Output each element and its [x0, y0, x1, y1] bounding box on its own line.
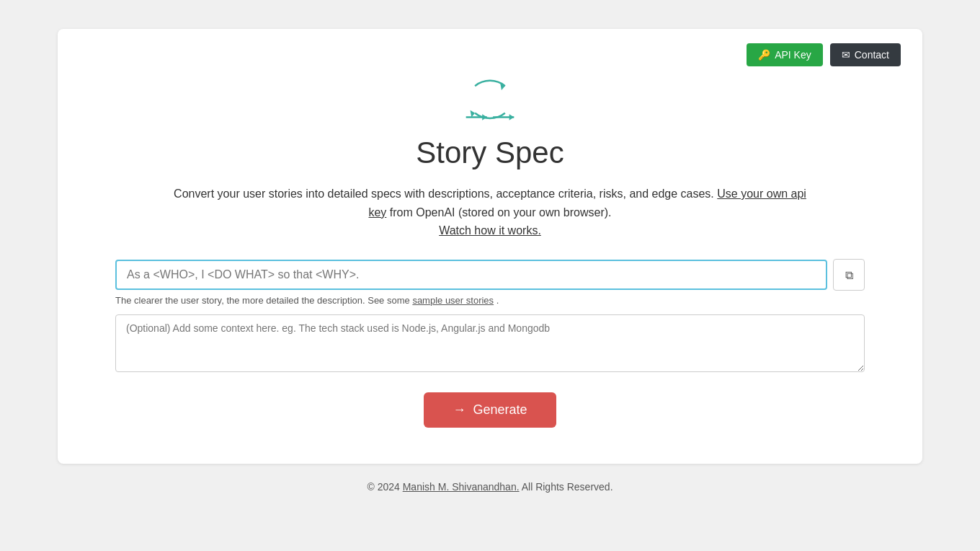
watch-link[interactable]: Watch how it works.	[439, 224, 541, 237]
contact-label: Contact	[855, 49, 889, 61]
hint-prefix: The clearer the user story, the more det…	[115, 295, 410, 306]
footer-rights: All Rights Reserved.	[522, 481, 613, 493]
api-key-label: API Key	[775, 49, 811, 61]
generate-button[interactable]: Generate	[424, 392, 556, 428]
generate-label: Generate	[473, 402, 527, 418]
generate-section: Generate	[115, 392, 865, 428]
top-buttons: API Key Contact	[747, 43, 901, 66]
description-prefix: Convert your user stories into detailed …	[174, 188, 714, 200]
contact-button[interactable]: Contact	[830, 43, 901, 66]
page-wrapper: API Key Contact	[0, 0, 980, 521]
svg-marker-3	[482, 114, 487, 120]
footer: © 2024 Manish M. Shivanandhan. All Right…	[367, 481, 612, 493]
context-textarea[interactable]	[115, 314, 865, 372]
footer-author-link[interactable]: Manish M. Shivanandhan.	[403, 481, 520, 493]
description-suffix: from OpenAI (stored on your own browser)…	[390, 206, 612, 219]
story-input[interactable]	[115, 260, 827, 290]
hint-suffix: .	[496, 295, 499, 306]
footer-copyright: © 2024	[367, 481, 399, 493]
description: Convert your user stories into detailed …	[166, 185, 814, 221]
key-icon	[758, 49, 770, 61]
story-input-row	[115, 259, 865, 291]
hero-section: Story Spec Convert your user stories int…	[115, 58, 865, 237]
sample-stories-link[interactable]: sample user stories	[412, 295, 494, 306]
app-title: Story Spec	[416, 136, 564, 170]
envelope-icon	[842, 49, 850, 61]
copy-button[interactable]	[833, 259, 865, 291]
logo-icon	[454, 72, 526, 130]
main-card: API Key Contact	[58, 29, 922, 464]
hint-text: The clearer the user story, the more det…	[115, 295, 865, 306]
form-section: The clearer the user story, the more det…	[115, 259, 865, 428]
svg-marker-5	[509, 114, 514, 120]
copy-icon	[845, 268, 853, 283]
arrow-icon	[453, 402, 466, 418]
api-key-button[interactable]: API Key	[747, 43, 823, 66]
